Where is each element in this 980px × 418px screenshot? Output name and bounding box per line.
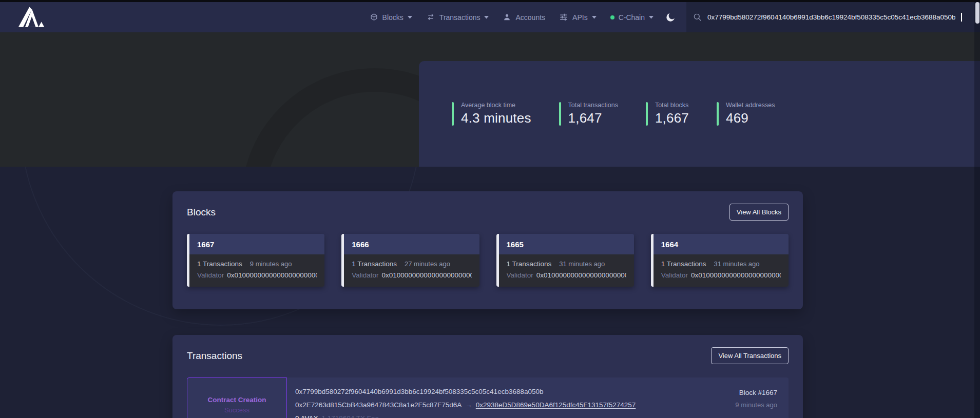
transaction-type: Contract Creation	[207, 396, 266, 404]
transactions-section: Transactions View All Transactions Contr…	[172, 335, 803, 418]
block-tx-count: 1 Transactions	[352, 260, 397, 268]
block-age: 31 minutes ago	[714, 260, 760, 268]
search-value: 0x7799bd580272f9604140b6991d3bb6c19924bf…	[707, 13, 955, 21]
chain-status-dot	[610, 15, 614, 19]
search-input[interactable]: 0x7799bd580272f9604140b6991d3bb6c19924bf…	[686, 2, 980, 32]
stat-label: Wallet addresses	[726, 102, 775, 109]
stat-average-block-time: Average block time 4.3 minutes	[452, 102, 531, 126]
stat-wallet-addresses: Wallet addresses 469	[717, 102, 775, 126]
transaction-to-address[interactable]: 0x2938eD5D869e50DA6f125dfc45F13157f52742…	[476, 401, 636, 409]
nav-item-transactions[interactable]: Transactions	[426, 13, 489, 22]
scrollbar-thumb[interactable]	[975, 2, 979, 24]
block-card-grid: 1667 1 Transactions 9 minutes ago Valida…	[187, 234, 789, 287]
transactions-section-header: Transactions View All Transactions	[187, 347, 789, 364]
stat-label: Total transactions	[568, 102, 618, 109]
block-number[interactable]: 1665	[499, 234, 634, 254]
nav-item-chain-selector[interactable]: C-Chain	[610, 13, 654, 22]
stat-value: 1,647	[568, 110, 618, 126]
nav-label-accounts: Accounts	[515, 13, 545, 22]
view-all-blocks-button[interactable]: View All Blocks	[729, 204, 789, 221]
block-card-1666[interactable]: 1666 1 Transactions 27 minutes ago Valid…	[341, 234, 479, 287]
page-scrollbar[interactable]	[974, 0, 980, 418]
block-card-1665[interactable]: 1665 1 Transactions 31 minutes ago Valid…	[496, 234, 634, 287]
transaction-row[interactable]: Contract Creation Success 0x7799bd580272…	[187, 377, 789, 418]
sliders-icon	[559, 13, 568, 22]
validator-address[interactable]: 0x0100000000000000000000...	[382, 271, 472, 279]
transaction-meta: Block #1667 9 minutes ago	[735, 377, 789, 418]
arrow-right-icon: →	[465, 401, 472, 409]
stat-accent-bar	[559, 102, 561, 126]
chevron-down-icon	[592, 16, 597, 19]
stats-panel: Average block time 4.3 minutes Total tra…	[419, 61, 980, 167]
transaction-status: Success	[224, 406, 249, 414]
transaction-fee: 1.1718604 TX Fee	[322, 414, 379, 418]
block-card-body: 1 Transactions 9 minutes ago Validator0x…	[189, 254, 324, 287]
nav-label-blocks: Blocks	[382, 13, 403, 22]
nav-label-transactions: Transactions	[439, 13, 481, 22]
validator-address[interactable]: 0x0100000000000000000000...	[227, 271, 317, 279]
chevron-down-icon	[649, 16, 654, 19]
validator-address[interactable]: 0x0100000000000000000000...	[536, 271, 626, 279]
chevron-down-icon	[484, 16, 489, 19]
stat-accent-bar	[717, 102, 719, 126]
block-card-1667[interactable]: 1667 1 Transactions 9 minutes ago Valida…	[187, 234, 324, 287]
dark-mode-toggle[interactable]	[665, 12, 676, 23]
stat-label: Total blocks	[655, 102, 689, 109]
main-content: Blocks View All Blocks 1667 1 Transactio…	[0, 167, 980, 418]
stat-accent-bar	[646, 102, 648, 126]
blocks-section-title: Blocks	[187, 207, 216, 218]
transaction-block-link[interactable]: Block #1667	[735, 389, 777, 396]
stat-total-blocks: Total blocks 1,667	[646, 102, 689, 126]
block-card-body: 1 Transactions 27 minutes ago Validator0…	[344, 254, 479, 287]
transaction-details: 0x7799bd580272f9604140b6991d3bb6c19924bf…	[287, 377, 735, 418]
block-age: 9 minutes ago	[250, 260, 292, 268]
stat-total-transactions: Total transactions 1,647	[559, 102, 618, 126]
nav-label-apis: APIs	[572, 13, 588, 22]
person-icon	[503, 13, 511, 22]
validator-label: Validator	[197, 271, 224, 279]
stat-value: 469	[726, 110, 775, 126]
stat-accent-bar	[452, 102, 454, 126]
validator-label: Validator	[661, 271, 688, 279]
moon-icon	[665, 12, 676, 23]
block-age: 27 minutes ago	[405, 260, 450, 268]
search-icon	[693, 12, 702, 22]
block-number[interactable]: 1664	[654, 234, 789, 254]
validator-address[interactable]: 0x0100000000000000000000...	[691, 271, 781, 279]
transaction-from-address[interactable]: 0x2E7263d815CbB43a9647843C8a1e2F5c87F75d…	[295, 401, 462, 409]
block-card-body: 1 Transactions 31 minutes ago Validator0…	[654, 254, 789, 287]
stat-label: Average block time	[461, 102, 531, 109]
nav-menu: Blocks Transactions Accounts APIs C-Cha	[370, 13, 654, 22]
validator-label: Validator	[352, 271, 378, 279]
stat-value: 1,667	[655, 110, 689, 126]
validator-label: Validator	[507, 271, 533, 279]
block-tx-count: 1 Transactions	[197, 260, 242, 268]
transaction-age: 9 minutes ago	[735, 401, 777, 409]
hero-section: Average block time 4.3 minutes Total tra…	[0, 32, 980, 167]
transfer-icon	[426, 13, 435, 22]
stat-value: 4.3 minutes	[461, 110, 531, 126]
block-tx-count: 1 Transactions	[507, 260, 552, 268]
block-number[interactable]: 1666	[344, 234, 479, 254]
blocks-section: Blocks View All Blocks 1667 1 Transactio…	[172, 191, 803, 309]
block-card-1664[interactable]: 1664 1 Transactions 31 minutes ago Valid…	[651, 234, 789, 287]
avalanche-logo[interactable]	[17, 7, 46, 28]
nav-label-cchain: C-Chain	[619, 13, 645, 22]
chevron-down-icon	[408, 16, 412, 19]
transaction-value: 0 AVAX	[295, 414, 318, 418]
view-all-transactions-button[interactable]: View All Transactions	[711, 347, 789, 364]
transaction-status-cell: Contract Creation Success	[187, 377, 287, 418]
nav-item-blocks[interactable]: Blocks	[370, 13, 412, 22]
transactions-section-title: Transactions	[187, 350, 242, 362]
block-card-body: 1 Transactions 31 minutes ago Validator0…	[499, 254, 634, 287]
block-tx-count: 1 Transactions	[661, 260, 706, 268]
text-caret	[961, 13, 962, 22]
cube-icon	[370, 13, 378, 22]
block-age: 31 minutes ago	[559, 260, 605, 268]
nav-item-apis[interactable]: APIs	[559, 13, 597, 22]
block-number[interactable]: 1667	[189, 234, 324, 254]
nav-item-accounts[interactable]: Accounts	[503, 13, 545, 22]
transaction-hash[interactable]: 0x7799bd580272f9604140b6991d3bb6c19924bf…	[295, 388, 543, 395]
blocks-section-header: Blocks View All Blocks	[187, 204, 789, 221]
navbar: Blocks Transactions Accounts APIs C-Cha	[0, 2, 980, 32]
